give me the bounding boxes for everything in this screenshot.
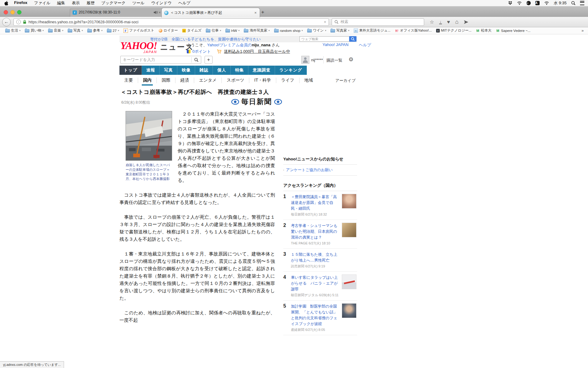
source-logo[interactable]: 毎日新聞 [231, 97, 282, 106]
menubar-item[interactable]: ツール [129, 0, 148, 6]
nav-tab[interactable]: 映像 [177, 66, 195, 75]
spotlight-icon[interactable] [571, 1, 575, 5]
yahoo-news-logo[interactable]: YAHOO! JAPAN ニュース [120, 41, 194, 53]
ranking-thumbnail[interactable] [342, 303, 356, 318]
menubar-clock[interactable]: 水 9:35 [554, 0, 567, 6]
nav-tab[interactable]: トップ [119, 66, 142, 75]
pocket-heart-icon[interactable]: ♥ [447, 19, 450, 25]
menubar-item[interactable]: 履歴 [83, 0, 98, 6]
category-tab[interactable]: 国際 [156, 78, 175, 83]
avatar[interactable] [301, 56, 309, 64]
lock-icon[interactable] [23, 20, 26, 24]
photo-caption[interactable]: 崩落し８人が死傷したスーパーの立体駐車場のスロープ＝東京都町田市で２０１１年３月… [126, 163, 173, 181]
bookmark-item[interactable]: 写真家 ▾ [328, 28, 352, 33]
bookmark-item[interactable]: 東外大言語モジュ... ▾ [352, 28, 393, 33]
bookmark-item[interactable]: 音楽 ▾ [46, 28, 66, 33]
ranking-link[interactable]: ＜豊田衆院議員＞暴言「高速逆走が原因」会見で自民・細田氏 [291, 195, 337, 211]
ranking-thumbnail[interactable] [342, 223, 356, 237]
ranking-link[interactable]: 車いす客にタラップはい上がらせる バニラ・エアが謝罪 [291, 275, 338, 291]
minimize-window-button[interactable] [10, 10, 15, 14]
browser-search-field[interactable]: 検索 [332, 18, 424, 26]
new-tab-button[interactable]: + [259, 9, 267, 15]
stop-loading-icon[interactable]: × [324, 20, 326, 24]
category-tab[interactable]: 国内 [138, 78, 156, 83]
bookmark-item[interactable]: 海外写真家 ▾ [242, 28, 272, 33]
category-tab[interactable]: エンタメ [194, 78, 221, 83]
menubar-item[interactable]: ファイル [31, 0, 54, 6]
category-tab[interactable]: スポーツ [221, 78, 249, 83]
bookmark-item[interactable]: 27 ▾ [105, 29, 121, 33]
bookmark-item[interactable]: 仕事 ▾ [204, 28, 223, 33]
user-id[interactable]: nij***** [311, 58, 323, 62]
category-tab[interactable]: IT・科学 [249, 78, 276, 83]
menubar-item[interactable]: ヘルプ [175, 0, 194, 6]
bookmark-item[interactable]: 生活 ▾ [3, 28, 23, 33]
premium-member-link[interactable]: Yahoo!プレミアム会員の [207, 43, 252, 47]
archive-link[interactable]: アーカイブ [335, 78, 356, 83]
ranking-link[interactable]: 加計学園 獣医学部の全国展開、「とんでもない話」と批判の元文科省僚のフェイスブッ… [291, 304, 337, 326]
back-button[interactable]: ← [2, 18, 11, 26]
site-info-icon[interactable]: i [16, 20, 21, 24]
subscription-list-link[interactable]: 購読一覧 [326, 58, 342, 63]
nav-tab[interactable]: 雑誌 [195, 66, 213, 75]
web-search-input[interactable]: ウェブ検索 [300, 36, 350, 42]
nav-tab[interactable]: 写真 [160, 66, 177, 75]
menubar-item[interactable]: 表示 [69, 0, 83, 6]
category-tab[interactable]: 経済 [175, 78, 194, 83]
survey-link[interactable]: アンケートご協力のお願い [286, 167, 333, 173]
bookmark-item[interactable]: タイムズ ▾ [180, 28, 204, 33]
nav-tab[interactable]: 特集 [231, 66, 248, 75]
nav-tab[interactable]: 個人 [213, 66, 231, 75]
help-link[interactable]: ヘルプ [359, 42, 371, 48]
nav-tab[interactable]: 速報 [142, 66, 160, 75]
bookmark-item[interactable]: 買い物 ▾ [23, 28, 46, 33]
menubar-item[interactable]: Firefox [11, 0, 31, 6]
bookmark-item[interactable]: オフィス版Yahoo!... ▾ [393, 28, 434, 33]
ranking-thumbnail[interactable] [342, 274, 356, 289]
ranking-link[interactable]: １５階に落ちた後、立ち上がり地上へ…男性死亡 [291, 252, 337, 263]
menubar-item[interactable]: ウインドウ [148, 0, 175, 6]
news-search-box[interactable]: キーワードを入力 [120, 56, 201, 64]
web-search-button[interactable] [349, 36, 356, 42]
wifi-icon[interactable] [544, 1, 549, 5]
bookmark-item[interactable]: ワイン ▾ [305, 28, 328, 33]
zoom-window-button[interactable] [17, 10, 21, 14]
download-icon[interactable]: ↓ [439, 20, 442, 24]
wifi-transfer-icon[interactable] [517, 1, 522, 5]
tab-close-icon[interactable]: × [254, 10, 257, 15]
ranking-link[interactable]: 考古学者・シュリーマンも驚いた明治期、日本庶民の混浴の真実とは？ [291, 224, 337, 240]
news-search-button[interactable] [191, 57, 201, 63]
yahoo-japan-link[interactable]: Yahoo! JAPAN [322, 42, 349, 48]
category-tab[interactable]: 主要 [119, 78, 138, 83]
bookmark-item[interactable]: HW ▾ [223, 29, 242, 33]
tab-close-icon[interactable]: × [158, 10, 161, 15]
bookmark-item[interactable]: 写真 ▾ [66, 28, 85, 33]
url-text[interactable]: https://headlines.yahoo.co.jp/hl?a=20170… [28, 20, 322, 24]
tab-audio-icon[interactable] [154, 11, 158, 14]
points-link[interactable]: 0ポイント [192, 49, 211, 54]
menubar-item[interactable]: ブックマーク [98, 0, 129, 6]
category-tab[interactable]: 地域 [299, 78, 318, 83]
tab-costco-article[interactable]: ＜コストコ崩落事故＞再び不起 × [161, 8, 260, 17]
bookmark-item[interactable]: 参考 ▾ [85, 28, 105, 33]
apple-menu-icon[interactable] [4, 1, 8, 6]
url-field[interactable]: i https://headlines.yahoo.co.jp/hl?a=201… [13, 18, 329, 26]
close-window-button[interactable] [4, 10, 8, 14]
shopping-promo-link[interactable]: 送料込み1,000円 目玉商品セール中 [224, 49, 290, 54]
input-method-icon[interactable]: A [535, 1, 540, 5]
home-icon[interactable]: ⌂ [455, 19, 458, 25]
nav-tab[interactable]: ランキング [275, 66, 307, 75]
share-icon[interactable] [464, 20, 469, 24]
creative-cloud-icon[interactable]: ∞ [526, 1, 531, 5]
bookmark-item[interactable]: random shop ▾ [272, 29, 305, 33]
dropbox-icon[interactable] [508, 1, 512, 5]
bookmark-item[interactable]: MITテクノロジー... ▾ [434, 28, 474, 33]
ranking-thumbnail[interactable] [342, 194, 356, 209]
bookmark-item[interactable]: ロイター ▾ [156, 28, 180, 33]
gear-icon[interactable]: ⚙ [349, 56, 353, 63]
category-tab[interactable]: ライフ [276, 78, 299, 83]
nav-tab[interactable]: 意識調査 [248, 66, 275, 75]
menubar-item[interactable]: 編集 [54, 0, 69, 6]
bookmark-item[interactable]: 松本大 ▾ [474, 28, 494, 33]
add-search-tab-button[interactable]: + [205, 56, 213, 64]
